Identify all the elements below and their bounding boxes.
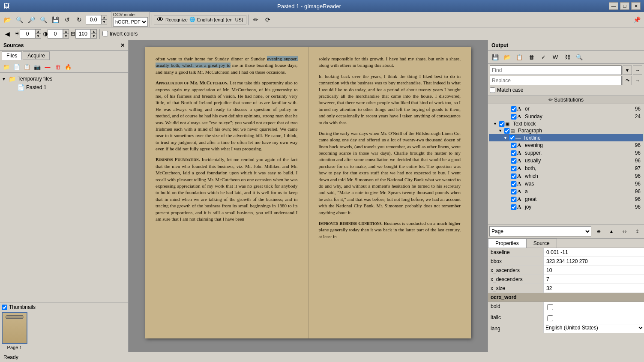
tree-row-which[interactable]: A which 96 [489, 172, 643, 180]
tree-root[interactable]: ▼ 📁 Temporary files [2, 75, 126, 83]
expand-paragraph[interactable]: ▼ [498, 129, 503, 133]
tree-row-textline[interactable]: ▼ — Textline [489, 134, 643, 141]
zoom-in-button[interactable]: 🔍 [38, 14, 49, 25]
check-evening[interactable] [510, 143, 517, 148]
tree-row-was[interactable]: A was 96 [489, 180, 643, 188]
tree-row-paragraph[interactable]: ▼ ▤ Paragraph [489, 127, 643, 134]
screenshot-btn[interactable]: 📷 [33, 62, 42, 72]
check-paragraph[interactable] [503, 128, 510, 134]
minimize-button[interactable]: — [609, 2, 618, 10]
zoom-fit-button[interactable]: 🔍 [14, 14, 25, 25]
pencil-button[interactable]: ✏ [250, 14, 261, 25]
check-supper[interactable] [510, 150, 517, 156]
maximize-button[interactable]: □ [620, 2, 629, 10]
redo-button[interactable]: ↻ [74, 14, 85, 25]
prev-page-button[interactable]: ◀ [2, 28, 13, 39]
match-case-checkbox[interactable] [490, 87, 495, 93]
zoom-up[interactable]: ▲ [91, 29, 97, 34]
thumbnail-page1[interactable]: Page 1 [2, 312, 27, 350]
check-or[interactable] [510, 106, 517, 112]
rotate-button[interactable]: ⟳ [262, 14, 273, 25]
tree-row-evening[interactable]: A evening 96 [489, 141, 643, 149]
value-input[interactable] [86, 15, 101, 24]
tab-source[interactable]: Source [526, 239, 557, 248]
output-clear-btn[interactable]: 🗑 [526, 51, 537, 63]
tree-row-sunday[interactable]: A Sunday 24 [489, 113, 643, 120]
contrast-input[interactable] [48, 29, 63, 39]
nav-first-btn[interactable]: ⊕ [593, 226, 604, 237]
sources-close-icon[interactable]: ✕ [120, 42, 125, 48]
check-textblock[interactable] [498, 121, 505, 127]
invert-checkbox[interactable] [102, 31, 108, 36]
clear-btn[interactable]: 🔥 [63, 62, 73, 72]
zoom-down[interactable]: ▼ [91, 34, 97, 39]
tree-row-great[interactable]: A great 96 [489, 195, 643, 203]
paste-btn[interactable]: 📋 [22, 62, 32, 72]
expand-textblock[interactable]: ▼ [493, 122, 498, 126]
check-a[interactable] [510, 189, 517, 194]
contrast-down[interactable]: ▼ [63, 34, 69, 39]
italic-checkbox[interactable] [547, 315, 553, 321]
output-search-btn[interactable]: 🔍 [574, 51, 585, 63]
replace-input[interactable] [490, 76, 622, 85]
tree-row-a[interactable]: A a 96 [489, 188, 643, 195]
check-was[interactable] [510, 181, 517, 187]
add-file-btn[interactable]: 📄 [12, 62, 21, 72]
tree-row-joy[interactable]: A joy 96 [489, 203, 643, 211]
tree-child-pasted1[interactable]: 📄 Pasted 1 [10, 83, 126, 92]
close-button[interactable]: ✕ [631, 2, 641, 10]
lang-select[interactable]: English (United States) [544, 324, 644, 331]
replace-btn[interactable]: ↷ [623, 76, 632, 85]
replace-to-output-btn[interactable]: → [633, 76, 642, 85]
brightness-up[interactable]: ▲ [35, 29, 41, 34]
tree-row-both[interactable]: A both, 97 [489, 165, 643, 172]
nav-next-btn[interactable]: ⇔ [619, 226, 630, 237]
nav-prev-btn[interactable]: ▲ [606, 226, 617, 237]
find-to-output-btn[interactable]: → [633, 66, 642, 75]
tab-files[interactable]: Files [2, 51, 22, 60]
tab-properties[interactable]: Properties [488, 239, 526, 248]
page-select[interactable]: Page [489, 226, 591, 236]
thumbnails-checkbox[interactable] [2, 305, 7, 310]
pin-button[interactable]: 📌 [631, 14, 642, 25]
output-word-btn[interactable]: W [550, 51, 561, 63]
brightness-input[interactable] [20, 29, 35, 39]
value-up[interactable]: ▲ [101, 15, 107, 20]
find-next-btn[interactable]: ▼ [623, 66, 632, 75]
save-button[interactable]: 💾 [50, 14, 61, 25]
check-great[interactable] [510, 197, 517, 202]
output-save-btn[interactable]: 💾 [490, 51, 501, 63]
tree-row-textblock[interactable]: ▼ ▣ Text block [489, 120, 643, 127]
add-folder-btn[interactable]: 📁 [2, 62, 11, 72]
zoom-input[interactable] [75, 29, 91, 39]
find-input[interactable] [490, 66, 622, 75]
open-button[interactable]: 📂 [2, 14, 13, 25]
brightness-down[interactable]: ▼ [35, 34, 41, 39]
recognize-box[interactable]: 👁 Recognize 🌐 English [eng] (en_US) [154, 15, 246, 24]
check-sunday[interactable] [510, 114, 517, 120]
output-spellcheck-btn[interactable]: ✓ [538, 51, 549, 63]
document-viewer[interactable]: often went to their home for Sunday dinn… [129, 40, 488, 352]
contrast-up[interactable]: ▲ [63, 29, 69, 34]
tree-row-usually[interactable]: A usually 96 [489, 157, 643, 165]
tree-row-supper[interactable]: A supper, 96 [489, 149, 643, 157]
check-joy[interactable] [510, 204, 517, 210]
ocr-mode-select[interactable]: hOCR, PDF [113, 17, 148, 27]
output-copy-btn[interactable]: 📋 [514, 51, 525, 63]
tab-acquire[interactable]: Acquire [23, 51, 50, 60]
nav-last-btn[interactable]: ⇕ [632, 226, 643, 237]
check-textline[interactable] [509, 135, 515, 141]
zoom-out-button[interactable]: 🔎 [26, 14, 37, 25]
output-chain-btn[interactable]: ⛓ [562, 51, 573, 63]
expand-textline[interactable]: ▼ [503, 136, 509, 140]
undo-button[interactable]: ↺ [62, 14, 73, 25]
check-which[interactable] [510, 174, 517, 179]
check-usually[interactable] [510, 158, 517, 164]
value-down[interactable]: ▼ [101, 20, 107, 24]
remove-btn[interactable]: — [43, 62, 52, 72]
delete-btn[interactable]: 🗑 [53, 62, 63, 72]
output-open-btn[interactable]: 📂 [502, 51, 513, 63]
bold-checkbox[interactable] [547, 304, 553, 310]
tree-row-or[interactable]: A or 96 [489, 105, 643, 113]
check-both[interactable] [510, 166, 517, 171]
